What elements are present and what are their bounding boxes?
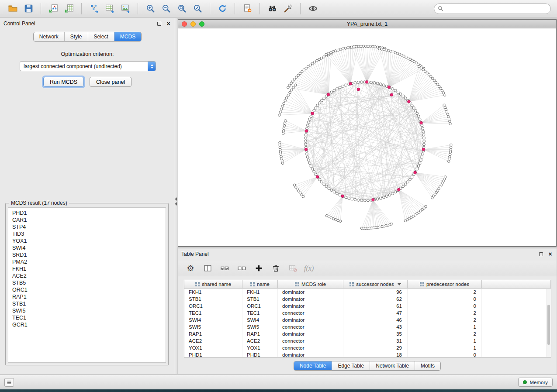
network-graph[interactable] — [178, 29, 556, 246]
deselect-all-rows-icon[interactable] — [236, 263, 247, 274]
refresh-network-icon[interactable] — [216, 3, 229, 15]
toolbar-separator — [41, 3, 41, 14]
criterion-dropdown[interactable]: largest connected component (undirected) — [20, 61, 156, 71]
network-canvas[interactable] — [178, 29, 556, 246]
add-row-icon[interactable] — [253, 263, 264, 274]
column-header-MCDS-role[interactable]: MCDS role — [278, 280, 343, 288]
table-cell: RAP1 — [184, 330, 242, 337]
scrollbar-thumb[interactable] — [547, 305, 550, 345]
table-row[interactable]: ORC1ORC1dominator610 — [184, 303, 551, 309]
zoom-in-icon[interactable] — [144, 3, 157, 15]
close-window-icon[interactable] — [182, 21, 187, 27]
control-panel-header: Control Panel × — [0, 18, 175, 29]
close-table-panel-icon[interactable]: × — [547, 251, 553, 257]
search-input[interactable] — [446, 6, 547, 12]
close-panel-icon[interactable]: × — [166, 21, 171, 27]
column-header-shared-name[interactable]: shared name — [184, 280, 242, 288]
table-settings-icon[interactable]: ⚙ — [185, 263, 196, 274]
tab-motifs[interactable]: Motifs — [415, 361, 440, 370]
network-window-titlebar[interactable]: YPA_prune.txt_1 — [178, 20, 556, 28]
mcds-result-item[interactable]: FKH1 — [8, 265, 166, 272]
first-neighbors-icon[interactable] — [266, 3, 279, 15]
mcds-result-item[interactable]: SRD1 — [8, 251, 166, 258]
mcds-result-item[interactable]: PMA2 — [8, 258, 166, 265]
zoom-selected-icon[interactable] — [191, 3, 204, 15]
export-image-icon[interactable] — [119, 3, 132, 15]
mcds-result-item[interactable]: SWI4 — [8, 244, 166, 251]
mcds-result-item[interactable]: TEC1 — [8, 314, 166, 321]
control-panel-title: Control Panel — [3, 21, 35, 27]
table-row[interactable]: ACE2ACE2connector311 — [184, 337, 551, 344]
memory-button[interactable]: Memory — [518, 378, 553, 387]
tab-mcds[interactable]: MCDS — [114, 32, 141, 41]
save-session-icon[interactable] — [22, 3, 35, 15]
table-cell: 0 — [408, 296, 482, 303]
column-layout-icon[interactable] — [202, 263, 213, 274]
table-cell: SWI5 — [242, 323, 278, 330]
tab-style[interactable]: Style — [65, 32, 88, 41]
table-row[interactable]: RAP1RAP1dominator352 — [184, 330, 551, 337]
style-tool-icon[interactable] — [281, 3, 294, 15]
open-file-icon[interactable] — [6, 3, 19, 15]
window-controls — [182, 21, 204, 27]
mcds-result-item[interactable]: SWI5 — [8, 307, 166, 314]
tab-network-table[interactable]: Network Table — [370, 361, 415, 370]
float-panel-icon[interactable] — [156, 21, 162, 27]
mcds-result-item[interactable]: STB1 — [8, 300, 166, 307]
panel-splitter-handle[interactable] — [174, 196, 177, 207]
close-panel-button[interactable]: Close panel — [90, 77, 131, 87]
table-panel-title: Table Panel — [181, 251, 209, 257]
delete-row-icon[interactable] — [270, 263, 281, 274]
zoom-out-icon[interactable] — [159, 3, 173, 15]
table-cell: 46 — [343, 316, 408, 323]
tab-node-table[interactable]: Node Table — [294, 361, 332, 370]
table-row[interactable]: SWI5SWI5connector431 — [184, 323, 551, 330]
mcds-result-item[interactable]: GCR1 — [8, 321, 166, 328]
column-header-name[interactable]: name — [242, 280, 278, 288]
mcds-result-item[interactable]: YOX1 — [8, 237, 166, 244]
column-header-successor-nodes[interactable]: successor nodes — [343, 280, 408, 288]
table-row[interactable]: YOX1YOX1connector291 — [184, 344, 551, 351]
mcds-result-item[interactable]: STB5 — [8, 279, 166, 286]
table-row[interactable]: FKH1FKH1dominator962 — [184, 289, 551, 296]
mcds-result-item[interactable]: RAP1 — [8, 293, 166, 300]
column-header-predecessor-nodes[interactable]: predecessor nodes — [408, 280, 482, 288]
minimize-window-icon[interactable] — [190, 21, 196, 27]
mcds-result-item[interactable]: STP4 — [8, 224, 166, 230]
tab-edge-table[interactable]: Edge Table — [332, 361, 370, 370]
mcds-result-item[interactable]: ACE2 — [8, 272, 166, 279]
table-row[interactable]: TEC1TEC1connector472 — [184, 309, 551, 316]
mcds-result-item[interactable]: CAR1 — [8, 217, 166, 224]
search-box[interactable] — [434, 3, 551, 14]
main-toolbar — [0, 0, 557, 17]
tab-select[interactable]: Select — [88, 32, 114, 41]
import-network-file-icon[interactable] — [47, 3, 60, 15]
mcds-result-item[interactable]: TID3 — [8, 230, 166, 237]
table-vertical-scrollbar[interactable] — [547, 289, 550, 357]
table-cell: SWI5 — [184, 323, 242, 330]
clone-network-icon[interactable] — [241, 3, 254, 15]
show-hide-icon[interactable] — [306, 3, 319, 15]
import-table-file-icon[interactable] — [62, 3, 76, 15]
select-all-rows-icon[interactable] — [219, 263, 230, 274]
table-cell: STB1 — [242, 296, 278, 303]
export-network-icon[interactable] — [87, 3, 100, 15]
run-mcds-button[interactable]: Run MCDS — [43, 77, 84, 87]
function-builder-button[interactable]: f(x) — [304, 265, 314, 272]
task-history-icon[interactable] — [4, 378, 14, 387]
table-cell: connector — [278, 337, 343, 344]
zoom-fit-icon[interactable] — [175, 3, 188, 15]
table-cell: TEC1 — [242, 309, 278, 316]
table-row[interactable]: STB1STB1dominator620 — [184, 296, 551, 303]
float-table-panel-icon[interactable] — [538, 251, 544, 257]
table-cell-filler — [482, 289, 551, 296]
mcds-result-list: PHD1CAR1STP4TID3YOX1SWI4SRD1PMA2FKH1ACE2… — [8, 207, 166, 363]
mcds-result-item[interactable]: PHD1 — [8, 210, 166, 217]
export-table-icon[interactable] — [103, 3, 116, 15]
tab-network[interactable]: Network — [34, 32, 65, 41]
table-row[interactable]: SWI4SWI4dominator462 — [184, 316, 551, 323]
mcds-result-item[interactable]: ORC1 — [8, 286, 166, 293]
network-window-title: YPA_prune.txt_1 — [178, 21, 556, 27]
table-row[interactable]: PHD1PHD1dominator180 — [184, 351, 551, 358]
maximize-window-icon[interactable] — [199, 21, 204, 27]
